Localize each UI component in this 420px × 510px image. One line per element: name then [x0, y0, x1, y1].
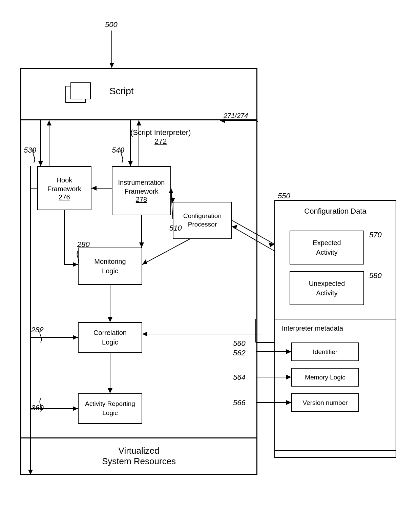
unexpected-activity-label: UnexpectedActivity [309, 279, 345, 298]
interpreter-label: (Script Interpreter) [130, 128, 191, 137]
hook-framework-label: HookFramework 276 [47, 176, 81, 201]
ref-580: 580 [369, 271, 382, 280]
ref-540: 540 [112, 146, 124, 155]
instrumentation-ref: 278 [118, 196, 165, 203]
svg-marker-1 [109, 63, 114, 68]
script-icon-front [70, 82, 91, 99]
script-label: Script [109, 86, 134, 97]
version-number-box: Version number [291, 393, 359, 412]
instrumentation-box: InstrumentationFramework 278 [112, 166, 171, 215]
interpreter-ref: 272 [154, 137, 167, 145]
version-number-label: Version number [302, 399, 348, 407]
ref-566: 566 [233, 398, 246, 407]
ref-562: 562 [233, 349, 246, 357]
memory-logic-box: Memory Logic [291, 368, 359, 387]
diagram-container: 500 Script VirtualizedSystem Resources (… [0, 0, 420, 510]
activity-reporting-box: Activity ReportingLogic [78, 393, 142, 424]
identifier-label: Identifier [313, 348, 338, 356]
hook-framework-ref: 276 [47, 193, 81, 201]
activity-reporting-label: Activity ReportingLogic [85, 399, 135, 417]
ref-282: 282 [31, 326, 44, 334]
vsr-label: VirtualizedSystem Resources [102, 446, 176, 467]
script-section: Script [20, 68, 257, 120]
ref-570: 570 [369, 231, 382, 239]
ref-560: 560 [233, 339, 246, 348]
config-data-title: Configuration Data [275, 207, 396, 216]
unexpected-activity-box: UnexpectedActivity [290, 271, 364, 305]
monitoring-label: MonitoringLogic [94, 257, 126, 276]
expected-activity-box: ExpectedActivity [290, 231, 364, 264]
config-processor-label: ConfigurationProcessor [183, 212, 222, 229]
hook-framework-box: HookFramework 276 [37, 166, 91, 210]
identifier-box: Identifier [291, 342, 359, 361]
memory-logic-label: Memory Logic [305, 374, 345, 381]
ref-530: 530 [24, 146, 36, 155]
interpreter-label-area: (Script Interpreter) 272 [130, 128, 191, 146]
interpreter-metadata-title: Interpreter metadata [282, 325, 396, 332]
instrumentation-label: InstrumentationFramework 278 [118, 178, 165, 203]
ref-550: 550 [278, 192, 290, 200]
ref-510: 510 [169, 224, 182, 233]
monitoring-box: MonitoringLogic [78, 248, 142, 285]
expected-activity-label: ExpectedActivity [313, 238, 341, 257]
ref-360: 360 [31, 404, 44, 412]
svg-marker-23 [269, 242, 274, 247]
config-processor-box: ConfigurationProcessor [173, 202, 232, 239]
ref-564: 564 [233, 373, 246, 382]
correlation-label: CorrelationLogic [93, 328, 127, 347]
correlation-box: CorrelationLogic [78, 322, 142, 353]
ref-280: 280 [77, 240, 90, 249]
ref-500: 500 [105, 20, 118, 29]
ref-271-274: 271/274 [224, 112, 248, 120]
vsr-section: VirtualizedSystem Resources [20, 437, 257, 475]
